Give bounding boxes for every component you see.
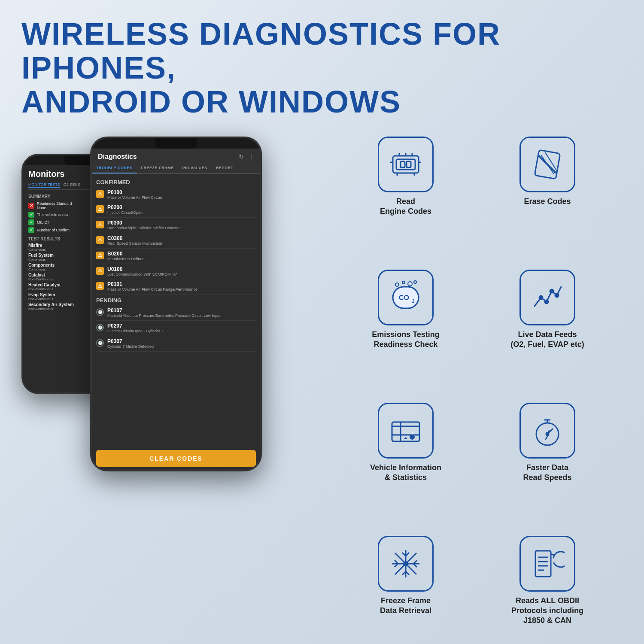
tab-pid-values[interactable]: PID VALUES [178,163,212,173]
pending-label: PENDING [96,297,256,304]
code-p0307: 🕐 P0307 Cylinder 7 Misfire Detected [96,336,256,352]
refresh-icon[interactable]: ↻ [239,153,244,160]
warning-icon-3: ⚠ [96,221,104,228]
tab-o2-sens[interactable]: O2 SENS [64,182,80,188]
chart-icon [530,280,565,315]
svg-point-41 [403,561,408,566]
code-u0100: ⚠ U0100 Lost Communication With ECM/PCM … [96,264,256,279]
obdii-icon [530,547,565,581]
diag-body: CONFIRMED ⚠ P0100 Mass or Volume Air Flo… [92,174,260,448]
svg-point-24 [550,289,553,293]
stopwatch-icon [530,413,565,448]
feature-live-data: Live Data Feeds (O2, Fuel, EVAP etc) [481,270,614,394]
clock-icon-2: 🕐 [96,324,104,331]
vehicle-info-icon [389,413,423,448]
svg-rect-8 [407,161,411,167]
warning-icon-5: ⚠ [96,252,104,259]
warning-icon-7: ⚠ [96,282,104,290]
feature-label-emissions: Emissions Testing Readiness Check [372,330,440,350]
feature-icon-box-erase [519,137,575,192]
code-p0300: ⚠ P0300 Random/Multiple Cylinder Misfire… [96,218,256,233]
feature-icon-box-emissions: CO 2 [378,270,434,325]
clock-icon-3: 🕐 [96,339,104,347]
warning-icon-2: ⚠ [96,205,104,213]
code-p0101: ⚠ P0101 Mass or Volume Air Flow Circuit … [96,279,256,295]
phone-diagnostics: Diagnostics ↻ ⋮ TROUBLE CODES FREEZE FRA… [90,137,262,471]
svg-text:CO: CO [399,294,409,301]
feature-icon-box-freeze [378,536,434,592]
tab-trouble-codes[interactable]: TROUBLE CODES [92,163,137,173]
code-p0207: 🕐 P0207 Injector Circuit/Open - Cylinder… [96,321,256,336]
code-p0100: ⚠ P0100 Mass or Volume Air Flow Circuit [96,187,256,203]
engine-icon [389,147,423,182]
feature-erase-codes: Erase Codes [481,137,614,261]
svg-point-17 [402,281,405,284]
code-c0300: ⚠ C0300 Rear Speed Sensor Malfunction [96,233,256,249]
feature-label-obdii: Reads ALL OBDII Protocols including J185… [511,596,583,626]
warning-icon-4: ⚠ [96,236,104,244]
svg-text:2: 2 [412,299,415,304]
feature-obdii: Reads ALL OBDII Protocols including J185… [481,536,614,644]
feature-label-engine: Read Engine Codes [380,197,431,217]
feature-read-engine-codes: Read Engine Codes [339,137,472,261]
snowflake-icon [389,547,423,581]
svg-rect-1 [396,159,415,170]
clock-icon-1: 🕐 [96,308,104,316]
co2-icon: CO 2 [389,280,423,315]
summary-icon-red: ✕ [28,203,34,209]
more-icon[interactable]: ⋮ [248,153,254,160]
confirmed-label: CONFIRMED [96,179,256,185]
diag-tabs: TROUBLE CODES FREEZE FRAME PID VALUES RE… [92,163,260,174]
summary-icon-green-1: ✓ [28,212,34,218]
summary-icon-green-2: ✓ [28,219,34,225]
feature-emissions: CO 2 Emissions Testing Readiness Check [339,270,472,394]
svg-point-25 [555,294,559,297]
tab-report[interactable]: REPORT [212,163,238,173]
summary-text-1: Readiness StandardNone [37,201,72,210]
feature-label-faster: Faster Data Read Speeds [523,463,571,483]
code-info-p0100: P0100 Mass or Volume Air Flow Circuit [107,189,162,200]
svg-point-19 [414,281,416,283]
summary-text-3: MIL Off [37,220,49,225]
warning-icon: ⚠ [96,190,104,198]
feature-icon-box-engine [378,137,434,192]
feature-icon-box-faster [519,403,575,459]
code-b0200: ⚠ B0200 Manufacturer Defined [96,249,256,264]
svg-point-16 [395,283,399,286]
clear-codes-button[interactable]: CLEAR CODES [96,450,256,467]
summary-text-4: Number of Confirm [37,228,70,232]
diag-header-icons: ↻ ⋮ [239,153,254,160]
svg-rect-7 [401,161,405,167]
svg-line-14 [539,156,556,173]
code-p0107: 🕐 P0107 Manifold Absolute Pressure/Barom… [96,305,256,321]
code-p0200: ⚠ P0200 Injector Circuit/Open [96,202,256,218]
phone-notch-front [155,138,197,149]
feature-label-live: Live Data Feeds (O2, Fuel, EVAP etc) [510,330,584,350]
features-grid: Read Engine Codes Erase Codes [313,128,631,644]
diag-title: Diagnostics [98,153,137,161]
feature-icon-box-vehicle [378,403,434,459]
feature-icon-box-live [519,270,575,325]
svg-rect-50 [535,551,551,577]
main-content: Monitors MONITOR TESTS O2 SENS SUMMARY ✕… [0,128,644,644]
feature-icon-box-obdii [519,536,575,592]
summary-icon-green-3: ✓ [28,227,34,233]
summary-text-2: This vehicle is rea [37,213,68,217]
diagnostics-screen: Diagnostics ↻ ⋮ TROUBLE CODES FREEZE FRA… [92,149,260,470]
tab-monitor-tests[interactable]: MONITOR TESTS [28,182,60,188]
feature-label-freeze: Freeze Frame Data Retrieval [380,596,431,616]
feature-label-erase: Erase Codes [524,197,571,207]
erase-icon [530,147,565,182]
tab-freeze-frame[interactable]: FREEZE FRAME [137,163,178,173]
svg-point-18 [408,282,412,286]
feature-vehicle-info: Vehicle Information & Statistics [339,403,472,527]
feature-faster-data: Faster Data Read Speeds [481,403,614,527]
svg-point-22 [539,296,543,299]
feature-freeze-frame: Freeze Frame Data Retrieval [339,536,472,644]
diag-header: Diagnostics ↻ ⋮ [92,149,260,163]
svg-point-30 [410,434,415,440]
phones-area: Monitors MONITOR TESTS O2 SENS SUMMARY ✕… [13,128,313,644]
header: WIRELESS DIAGNOSTICS FOR IPHONES, ANDROI… [0,0,644,128]
svg-point-23 [545,300,548,304]
warning-icon-6: ⚠ [96,267,104,275]
